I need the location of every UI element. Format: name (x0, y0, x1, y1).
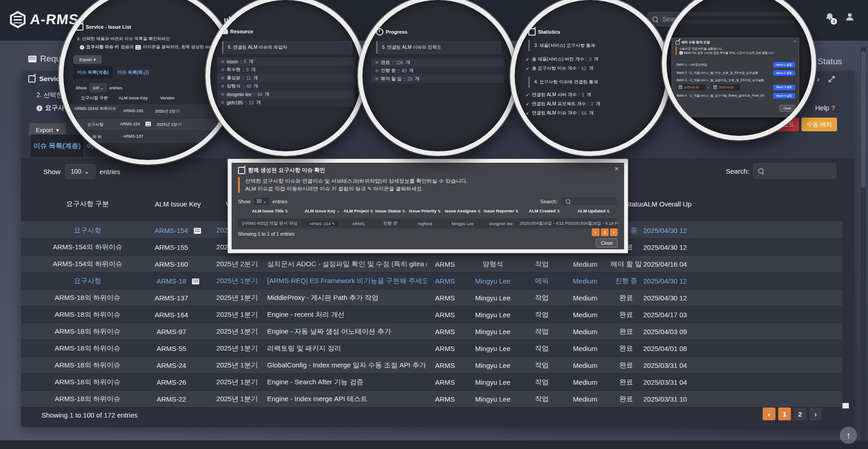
batch3-date-to[interactable]: 2025-04-30 (711, 84, 740, 91)
modal-search-box[interactable] (560, 196, 618, 206)
modal-title: 함께 생성된 요구사항 이슈 확인 (238, 166, 325, 174)
tab-issue-list-hierarchy[interactable]: 이슈 목록(계층) (31, 134, 83, 157)
resource-list-item: ⚙ gkfn185: 10 개 (217, 98, 354, 107)
lens-table-row[interactable]: ...의 하 ARMS-137 (69, 131, 227, 143)
table-row[interactable]: ARMS-18의 하위이슈 ARMS-24 2025년 1분기 GlobalCo… (21, 357, 842, 374)
table-row[interactable]: 요구사항 ARMS-18 2025년 1분기 [ARMS-REQ] ES Fra… (21, 273, 842, 289)
related-issues-icon[interactable] (192, 279, 199, 284)
app-logo[interactable]: A-RMS (10, 11, 79, 28)
cell-issue-key: ARMS-24 (146, 361, 210, 369)
related-issues-icon (135, 45, 141, 50)
modal-col-key[interactable]: ALM Issue Key ▲ (302, 208, 343, 213)
table-row[interactable]: ARMS-18의 하위이슈 ARMS-55 2025년 1분기 리팩토링 및 패… (21, 340, 842, 357)
vertical-scrollbar[interactable] (861, 47, 866, 439)
lens-export-button[interactable]: Export▾ (73, 55, 102, 64)
manual-batch-button[interactable]: 수동 배치 (801, 118, 837, 131)
col-header-issue-key[interactable]: ALM Issue Key (146, 200, 210, 208)
cell-assignee: Mingyu Lee (463, 345, 522, 352)
pagination-page-1[interactable]: 1 (778, 408, 791, 420)
batch3-run-button[interactable]: Batch 3 실행 (773, 85, 795, 90)
table-search-box[interactable] (753, 163, 836, 179)
scroll-to-top-button[interactable]: ↑ (840, 427, 857, 444)
lens-table-row[interactable]: ARMS-154의 하위이슈 ARMS-155 2025년 2분기 (69, 104, 227, 118)
modal-col-created[interactable]: ALM Created ⇅ (520, 208, 569, 213)
modal-col-project[interactable]: ALM Project ⇅ (343, 208, 374, 213)
batch1-run-button[interactable]: Batch 1 실행 (773, 62, 795, 67)
lens-panel-title: Statistics (528, 28, 560, 36)
table-row[interactable]: ARMS-18의 하위이슈 ARMS-164 2025년 1분기 Engine … (21, 306, 842, 323)
lens-table-row-selected[interactable]: 요구사항 ARMS-154 2025년 2분기 (69, 119, 227, 131)
lens-col-key: ALM Issue Key (118, 95, 148, 100)
modal-col-updated[interactable]: ALM Updated ⇅ (569, 208, 618, 213)
cell-title: Engine - recent 처리 개선 (264, 310, 427, 319)
clock-icon (376, 28, 383, 36)
cell-priority: Medium (561, 277, 609, 285)
table-row[interactable]: ARMS-18의 하위이슈 ARMS-26 2025년 1분기 Engine -… (21, 374, 842, 391)
table-row[interactable]: ARMS-18의 하위이슈 ARMS-137 2025년 1분기 MiddleP… (21, 289, 842, 306)
batch3-date-from[interactable]: 2025-04-30 (677, 84, 706, 91)
scrollbar-thumb[interactable] (861, 51, 866, 188)
modal-col-assignee[interactable]: Issue Assignee ⇅ (443, 208, 482, 213)
modal-close-icon[interactable]: × (615, 165, 619, 172)
modal-next-button[interactable]: › (610, 228, 618, 236)
cell-issue-key: ARMS-155 (146, 243, 210, 251)
related-issues-icon[interactable] (194, 228, 201, 234)
chevron-right-icon[interactable]: › (817, 75, 820, 84)
table-row[interactable]: ARMS-18의 하위이슈 ARMS-22 2025년 1분기 Engine -… (21, 391, 842, 408)
modal-col-reporter[interactable]: Issue Reporter ⇅ (482, 208, 520, 213)
modal-page-size-select[interactable]: 10⌄ (253, 197, 270, 206)
table-search-input[interactable] (767, 167, 831, 175)
cell-version: 2025년 1분기 (210, 310, 264, 319)
notifications-button[interactable]: 3 (826, 13, 833, 22)
pagination-page-2[interactable]: 2 (794, 408, 806, 420)
col-header-category[interactable]: 요구사항 구분 (29, 200, 146, 208)
table-row[interactable]: ARMS-154의 하위이슈 ARMS-160 2025년 2분기 설치문서 A… (21, 256, 842, 273)
batch4-run-button[interactable]: Batch 4 실행 (773, 93, 795, 98)
cell-overall-updated: 2025/04/17 03 (643, 311, 698, 319)
batch-modal-close-button[interactable]: Close (780, 105, 795, 112)
cell-overall-updated: 2025/03/31 04 (643, 361, 698, 369)
cell-project: ARMS (427, 328, 463, 335)
cell-project: ARMS (427, 395, 463, 403)
edit-note-icon (676, 41, 680, 45)
batch2-run-button[interactable]: Batch 2 실행 (773, 70, 795, 76)
progress-list-item: ⚙ 완료: 106 개 (372, 58, 504, 67)
page-size-select[interactable]: 100⌄ (65, 164, 95, 179)
search-icon (652, 16, 658, 22)
lens-page-size-select[interactable]: 100⌄ (89, 83, 107, 92)
batch2-row: Batch 2 - 각_제품서비스_별_이슈_조회_및_ES저장_순차실행 Ba… (677, 70, 795, 76)
modal-prev-button[interactable]: ‹ (592, 228, 599, 236)
calendar-icon (713, 85, 717, 89)
pagination-prev-button[interactable]: ‹ (763, 408, 775, 420)
lens-stats-checks1: ✓ 총 제품(서비스) 버전 개수 : 3 개 ✓ 총 요구사항 이슈 개수 :… (526, 55, 599, 73)
logo-text: A-RMS (29, 11, 79, 28)
modal-close-button[interactable]: Close (596, 238, 618, 248)
cell-issue-type: 작업 (522, 294, 561, 302)
batch-modal-close-icon[interactable]: × (794, 39, 796, 43)
modal-table-row[interactable]: [ARMS-REQ] 개발 문서 작성 ARMS-154 ✎ ARMS 진행 중… (238, 218, 618, 228)
modal-cell-created: 2025년04월16일 - 4:11 PM (520, 221, 569, 227)
cell-title: Engine - 자동 날짜 생성 어노테이션 추가 (264, 327, 427, 336)
pagination-next-button[interactable]: › (809, 408, 822, 420)
expand-icon[interactable]: ⤢ (828, 75, 835, 84)
info-icon: i (679, 51, 683, 55)
caret-down-icon: ▾ (56, 127, 59, 134)
modal-cell-updated: 2025년04월16일 - 4:14 PM (569, 221, 618, 227)
modal-col-priority[interactable]: Issue Priority ⇅ (407, 208, 443, 213)
help-question-icon: ? (831, 104, 835, 112)
lens-tab-hierarchy[interactable]: 이슈 목록(계층) (73, 66, 113, 78)
lens-tab-recent[interactable]: 이슈 목록(최근) (114, 66, 152, 78)
table-row[interactable]: ARMS-18의 하위이슈 ARMS-97 2025년 1분기 Engine -… (21, 323, 842, 340)
link-icon[interactable]: ✎ (332, 221, 336, 226)
modal-search-input[interactable] (573, 197, 613, 206)
related-issues-icon[interactable] (145, 122, 151, 126)
modal-page-1[interactable]: 1 (601, 228, 609, 236)
user-menu-button[interactable] (846, 13, 853, 22)
cell-issue-key: ARMS-164 (146, 311, 210, 319)
stat-check-item: ✓ 연결된 ALM 프로젝트 개수 : 3 개 (526, 99, 600, 108)
modal-col-title[interactable]: ALM Issue Title ⇅ (238, 208, 302, 213)
modal-col-status[interactable]: Issue Status ⇅ (374, 208, 407, 213)
col-header-overall-updated[interactable]: ALM Overall Up (643, 200, 698, 208)
help-link[interactable]: Help ? (815, 104, 835, 112)
check-icon: ✓ (526, 93, 529, 98)
